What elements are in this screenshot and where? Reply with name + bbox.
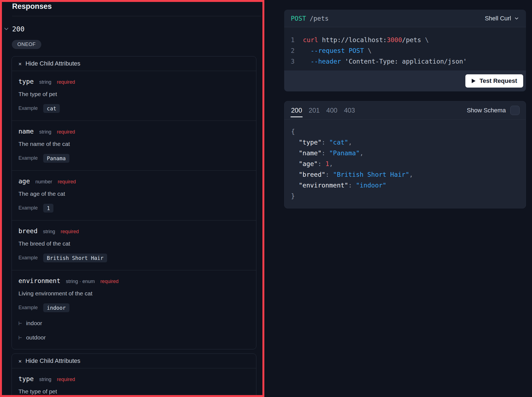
property-description: The type of pet <box>18 91 249 98</box>
property-name: environment <box>18 277 60 284</box>
status-tab-200[interactable]: 200 <box>291 101 303 119</box>
responses-title: Responses <box>12 1 52 12</box>
hide-child-attributes-label: Hide Child Attributes <box>25 357 80 365</box>
json-token: "type" <box>291 139 322 146</box>
example-value-badge: cat <box>43 104 60 113</box>
divider <box>12 16 261 16</box>
line-number: 1 <box>291 36 298 43</box>
json-token: 1 <box>325 160 329 167</box>
property-name-line: typestringrequired <box>18 375 249 384</box>
property-type: number <box>36 179 52 185</box>
hide-child-attributes-button[interactable]: ✕Hide Child Attributes <box>12 56 256 71</box>
property-description: The age of the cat <box>18 190 249 197</box>
property-row: typestringrequiredThe type of pet <box>12 368 256 397</box>
json-line: } <box>291 191 519 201</box>
json-line: "name": "Panama", <box>291 148 519 158</box>
json-token: "age" <box>291 160 318 167</box>
schema-card: ✕Hide Child Attributestypestringrequired… <box>12 354 256 397</box>
language-selector[interactable]: Shell Curl <box>485 15 519 22</box>
property-example: ExamplePanama <box>18 153 249 163</box>
property-description: Living environment of the cat <box>18 290 249 297</box>
status-tab-400[interactable]: 400 <box>326 101 338 119</box>
code-line: 3 --header 'Content-Type: application/js… <box>291 56 520 67</box>
property-required-badge: required <box>57 79 75 85</box>
enum-marker-icon: ⊢ <box>18 320 22 327</box>
enum-value-label: indoor <box>26 320 42 327</box>
response-example-card: 200201400403 Show Schema { "type": "cat"… <box>284 101 526 208</box>
property-name: type <box>18 375 34 382</box>
show-schema-checkbox[interactable] <box>510 106 520 115</box>
request-card-footer: Test Request <box>284 70 526 91</box>
property-name: name <box>18 128 34 135</box>
json-token: , <box>348 139 352 146</box>
property-row: breedstringrequiredThe breed of the catE… <box>12 221 256 270</box>
example-value-badge: British Short Hair <box>43 254 107 262</box>
json-line: { <box>291 126 519 137</box>
curl-code-block: 1curl http://localhost:3000/pets \2 --re… <box>284 27 526 70</box>
json-token: , <box>409 171 413 178</box>
property-example: Examplecat <box>18 104 249 113</box>
property-name-line: typestringrequired <box>18 78 249 86</box>
property-description: The type of pet <box>18 388 249 395</box>
request-example-card: POST /pets Shell Curl 1curl http://local… <box>284 10 526 91</box>
example-label: Example <box>18 305 38 311</box>
property-name-line: agenumberrequired <box>18 178 249 186</box>
property-name-line: namestringrequired <box>18 128 249 136</box>
test-request-label: Test Request <box>479 77 517 85</box>
show-schema-toggle[interactable]: Show Schema <box>467 101 520 119</box>
property-type: string <box>39 129 51 135</box>
json-token: "Panama" <box>329 149 360 157</box>
property-example: ExampleBritish Short Hair <box>18 253 249 263</box>
json-token: "environment" <box>291 182 348 189</box>
property-description: The name of the cat <box>18 140 249 148</box>
show-schema-label: Show Schema <box>467 107 506 114</box>
example-value-badge: indoor <box>43 303 69 312</box>
status-tab-201[interactable]: 201 <box>308 101 320 119</box>
property-name: age <box>18 178 30 185</box>
http-method: POST <box>291 15 306 22</box>
request-card-header: POST /pets Shell Curl <box>284 10 526 27</box>
json-line: "age": 1, <box>291 158 519 169</box>
property-required-badge: required <box>58 179 76 185</box>
json-token: { <box>291 128 295 135</box>
property-description: The breed of the cat <box>18 240 249 247</box>
code-token: \ <box>364 47 372 54</box>
code-token: \ <box>425 36 429 43</box>
status-tab-403[interactable]: 403 <box>343 101 355 119</box>
code-token: http://localhost: <box>318 36 387 43</box>
json-token: "British Short Hair" <box>333 171 409 178</box>
json-token: : <box>348 182 356 189</box>
json-token: , <box>360 149 363 157</box>
schema-card: ✕Hide Child Attributestypestringrequired… <box>12 56 256 349</box>
property-name-line: environmentstring · enumrequired <box>18 277 249 285</box>
chevron-down-icon <box>514 16 519 21</box>
property-required-badge: required <box>100 279 118 284</box>
hide-child-attributes-label: Hide Child Attributes <box>25 60 80 67</box>
property-row: agenumberrequiredThe age of the catExamp… <box>12 171 256 221</box>
enum-value-item: ⊢outdoor <box>18 333 249 342</box>
response-schemas: ✕Hide Child Attributestypestringrequired… <box>12 56 256 397</box>
code-token: --request POST <box>303 47 364 54</box>
property-name: type <box>18 78 34 85</box>
json-token: "breed" <box>291 171 325 178</box>
response-200-toggle[interactable]: 200 <box>3 25 25 33</box>
json-token: "name" <box>291 149 322 157</box>
code-token: 3000 <box>387 36 402 43</box>
property-example: Exampleindoor <box>18 303 249 312</box>
property-example: Example1 <box>18 203 249 213</box>
example-label: Example <box>18 105 38 111</box>
property-type: string <box>43 229 55 235</box>
line-number: 2 <box>291 47 298 54</box>
enum-value-item: ⊢indoor <box>18 319 249 327</box>
property-type: string · enum <box>66 279 95 284</box>
json-token: : <box>318 160 325 167</box>
hide-child-attributes-button[interactable]: ✕Hide Child Attributes <box>12 354 256 368</box>
json-token: : <box>325 171 333 178</box>
test-request-button[interactable]: Test Request <box>465 74 523 88</box>
property-row: environmentstring · enumrequiredLiving e… <box>12 270 256 349</box>
response-json-block: { "type": "cat", "name": "Panama", "age"… <box>284 119 526 201</box>
json-line: "environment": "indoor" <box>291 180 519 191</box>
json-token: "indoor" <box>356 182 386 189</box>
json-token: , <box>329 160 333 167</box>
endpoint-path: /pets <box>310 15 329 22</box>
